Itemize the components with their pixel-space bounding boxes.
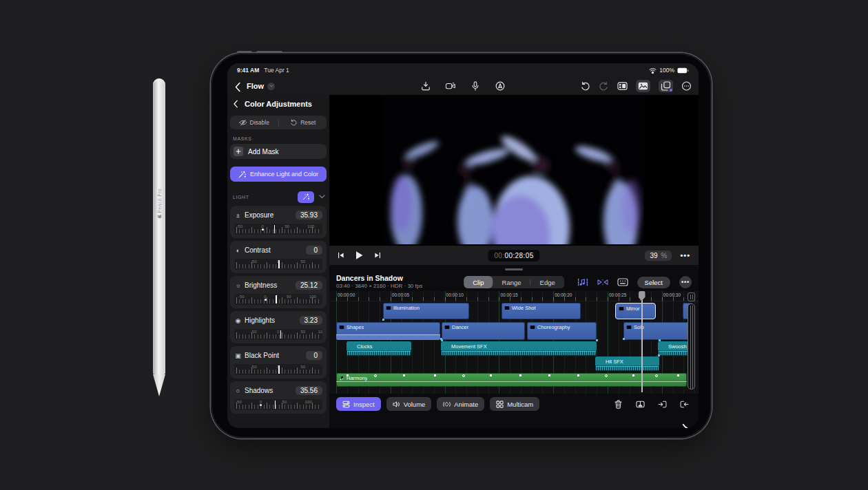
import-icon[interactable]	[421, 81, 431, 91]
timeline-more-icon[interactable]: •••	[679, 276, 692, 288]
mode-range[interactable]: Range	[493, 276, 530, 288]
clip-mirror[interactable]: Mirror	[615, 303, 656, 319]
multicam-button[interactable]: Multicam	[490, 397, 539, 411]
brightness-value[interactable]: 25.12	[296, 281, 322, 290]
black-point-indicator[interactable]	[278, 365, 280, 374]
waveform-icon	[349, 344, 355, 350]
light-auto-wand-button[interactable]	[298, 191, 314, 203]
video-preview[interactable]	[384, 96, 644, 244]
shadows-slider[interactable]: -50050100	[234, 399, 322, 410]
ipad-device: 9:41 AM Tue Apr 1 100% Flow Color Adjust…	[211, 53, 712, 438]
keyframe[interactable]	[403, 374, 405, 376]
mic-icon[interactable]	[471, 81, 481, 91]
skip-back-icon[interactable]	[338, 252, 344, 259]
timeline-zoom-scrollbar[interactable]	[688, 292, 695, 390]
shadows-indicator[interactable]	[275, 401, 276, 409]
keyframe[interactable]	[519, 374, 521, 376]
exposure-value[interactable]: 35.93	[296, 211, 322, 220]
waveform-icon	[598, 359, 603, 365]
skip-forward-icon[interactable]	[374, 252, 381, 259]
brightness-indicator[interactable]	[276, 295, 277, 303]
keyframe[interactable]	[577, 374, 579, 376]
clip-name: Solo	[634, 324, 644, 330]
keyframe[interactable]	[462, 374, 465, 377]
black-point-value[interactable]: 0	[306, 351, 322, 360]
keyframe[interactable]	[632, 374, 634, 376]
drag-handle[interactable]	[505, 268, 523, 270]
light-chevron-down-icon[interactable]	[319, 195, 325, 199]
clip-wide-shot[interactable]: Wide Shot	[502, 303, 581, 319]
keyboard-icon[interactable]	[617, 278, 628, 286]
exposure-label: Exposure	[245, 211, 296, 219]
add-mask-button[interactable]: Add Mask	[230, 144, 327, 159]
plus-minus-icon: ±	[234, 212, 242, 219]
inspect-button[interactable]: Inspect	[336, 397, 381, 411]
clip-shapes[interactable]: Shapes	[336, 322, 440, 340]
draw-icon[interactable]	[495, 81, 506, 91]
timeline[interactable]: 00:00:0000:00:0500:00:1000:00:1500:00:20…	[329, 291, 699, 394]
contrast-value[interactable]: 0	[306, 246, 322, 255]
clip-illumination[interactable]: Illumination	[383, 303, 469, 319]
plus-icon	[234, 147, 243, 156]
overwrite-icon[interactable]	[658, 400, 667, 409]
contrast-slider[interactable]: -50050	[234, 259, 322, 270]
keyframe[interactable]	[374, 374, 377, 377]
select-button[interactable]: Select	[637, 277, 670, 288]
audio-meters-icon[interactable]	[577, 278, 588, 286]
playhead[interactable]	[641, 291, 643, 392]
exposure-slider[interactable]: -50050100	[234, 224, 322, 235]
highlights-slider[interactable]: -50050100	[234, 329, 322, 340]
mode-edge[interactable]: Edge	[531, 276, 564, 288]
keyframe[interactable]	[605, 374, 608, 377]
back-chevron-icon[interactable]	[234, 82, 241, 91]
browser-icon[interactable]	[617, 81, 628, 91]
footer-space	[329, 414, 699, 428]
scrollbar-track[interactable]	[688, 303, 695, 390]
undo-icon[interactable]	[580, 81, 590, 91]
clip-choreography[interactable]: Choreography	[527, 322, 597, 340]
clip-clocks[interactable]: Clocks	[347, 341, 411, 356]
clip-solo[interactable]: Solo	[623, 322, 692, 340]
highlights-value[interactable]: 3.23	[300, 316, 322, 325]
trash-icon[interactable]	[614, 400, 623, 409]
keyframe[interactable]	[677, 374, 679, 376]
screen: 9:41 AM Tue Apr 1 100% Flow Color Adjust…	[227, 63, 699, 428]
slider-exposure: ±Exposure35.93-50050100	[230, 206, 327, 238]
timecode-display[interactable]: 00:00:28:05	[488, 250, 539, 262]
highlights-indicator[interactable]	[280, 330, 282, 339]
black-point-slider[interactable]: -50050	[234, 364, 322, 375]
keyframe[interactable]	[434, 374, 436, 376]
volume-button[interactable]: Volume	[386, 397, 432, 411]
enhance-light-color-button[interactable]: Enhance Light and Color	[230, 167, 327, 182]
animate-button[interactable]: Animate	[437, 397, 484, 411]
keyframe[interactable]	[347, 374, 349, 376]
viewer-zoom-level[interactable]: 39%	[645, 251, 672, 261]
keyframe[interactable]	[490, 374, 492, 376]
exposure-indicator[interactable]	[274, 225, 276, 233]
more-circle-icon[interactable]	[681, 81, 692, 91]
blade-icon[interactable]	[636, 400, 645, 409]
clip-hit-sfx[interactable]: Hit SFX	[595, 356, 659, 371]
media-icon[interactable]	[636, 80, 650, 92]
disable-button[interactable]: Disable	[230, 119, 278, 126]
panel-back-chevron-icon[interactable]	[233, 100, 238, 108]
clip-harmony[interactable]: Harmony	[336, 373, 687, 387]
viewer-more-icon[interactable]: •••	[680, 251, 690, 259]
reset-button[interactable]: Reset	[279, 119, 327, 126]
brightness-slider[interactable]: -50050100	[234, 294, 322, 305]
clip-dancer[interactable]: Dancer	[442, 322, 525, 340]
project-chevron-down-icon[interactable]	[267, 83, 275, 90]
keyframe[interactable]	[548, 374, 550, 376]
slider-contrast: ◐Contrast0-50050	[230, 241, 327, 273]
project-title[interactable]: Flow	[247, 82, 264, 90]
clip-movement-sfx[interactable]: Movement SFX	[441, 341, 597, 356]
camera-icon[interactable]	[446, 81, 456, 91]
duplicate-icon[interactable]	[659, 80, 673, 92]
scrollbar-cap[interactable]	[688, 292, 695, 301]
contrast-indicator[interactable]	[278, 260, 280, 268]
shadows-value[interactable]: 35.56	[296, 386, 322, 395]
keyframe[interactable]	[655, 374, 658, 377]
trim-mode-icon[interactable]	[597, 278, 608, 286]
play-button[interactable]	[355, 251, 364, 260]
mode-clip[interactable]: Clip	[464, 276, 493, 288]
